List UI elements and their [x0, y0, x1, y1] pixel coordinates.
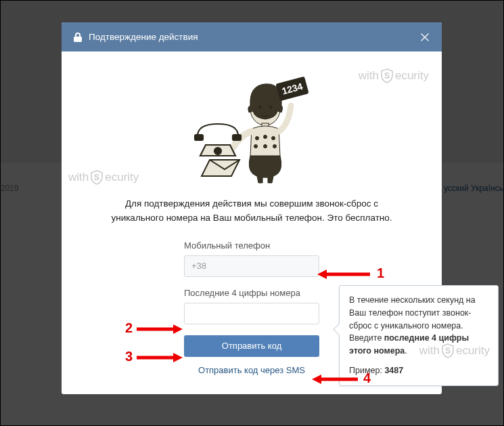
annotation-number: 2 — [125, 320, 133, 336]
verification-illustration: 1234 — [184, 65, 319, 184]
svg-point-9 — [269, 106, 272, 108]
phone-input[interactable] — [184, 255, 319, 277]
annotation-number: 3 — [125, 349, 133, 364]
verification-form: Мобильный телефон Последние 4 цифры номе… — [184, 240, 319, 375]
svg-point-7 — [273, 145, 277, 148]
lock-icon — [74, 33, 82, 42]
code-input[interactable] — [184, 303, 319, 324]
annotation-number: 4 — [363, 370, 371, 386]
svg-point-5 — [254, 145, 258, 148]
description-text: Для подтверждения действия мы совершим з… — [102, 197, 401, 226]
svg-point-3 — [264, 135, 267, 139]
phone-label: Мобильный телефон — [184, 240, 319, 251]
svg-point-2 — [256, 137, 259, 140]
svg-point-8 — [258, 106, 261, 108]
send-sms-link[interactable]: Отправить код через SMS — [184, 365, 319, 375]
submit-button[interactable]: Отправить код — [184, 335, 319, 357]
svg-rect-12 — [233, 135, 241, 140]
close-icon[interactable] — [420, 33, 430, 42]
code-label: Последние 4 цифры номера — [184, 288, 319, 298]
annotation-number: 1 — [377, 265, 384, 281]
svg-rect-11 — [195, 135, 203, 140]
svg-point-6 — [264, 145, 267, 148]
modal-header: Подтверждение действия — [62, 22, 442, 51]
modal-title: Подтверждение действия — [89, 32, 198, 42]
svg-point-13 — [214, 148, 221, 154]
svg-point-4 — [272, 137, 275, 140]
